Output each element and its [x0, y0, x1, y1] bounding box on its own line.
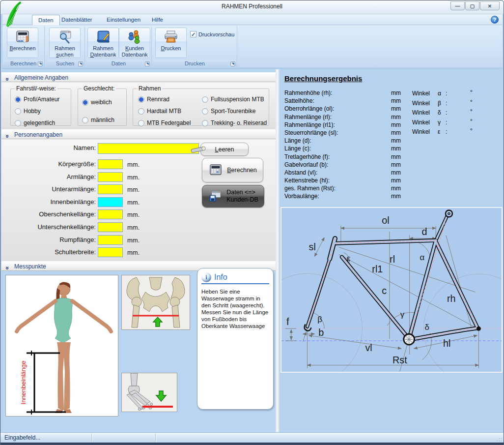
search-window-icon: [57, 30, 73, 44]
radio-option[interactable]: Trekking- o. Reiserad: [202, 119, 267, 126]
kunden-datenbank-button[interactable]: Kunden Datenbank: [119, 28, 150, 58]
result-label: Rahmenlänge (rl):: [284, 114, 332, 120]
field-label: Armlänge:: [67, 173, 96, 180]
result-unit: mm: [391, 169, 401, 176]
radio-option[interactable]: Profi/Amateur: [15, 96, 59, 103]
degree-sign: °: [470, 89, 473, 96]
dim-label-sl: sl: [309, 241, 316, 252]
radio-option[interactable]: Hardtail MTB: [138, 108, 181, 115]
rahmen-groupbox: Rahmen Rennrad Hardtail MTB MTB Federgab…: [133, 89, 269, 126]
maximize-button[interactable]: ▢: [465, 1, 479, 10]
help-icon[interactable]: ?: [491, 16, 499, 24]
dim-label-rst: Rst: [392, 355, 407, 365]
radio-option[interactable]: weiblich: [82, 99, 112, 106]
tab-datenblaetter[interactable]: Datenblätter: [56, 15, 98, 25]
tab-einstellungen[interactable]: Einstellungen: [101, 15, 146, 25]
result-row: Rahmenlänge (rl1): mm: [284, 121, 432, 129]
collapse-chevron-icon[interactable]: »: [2, 78, 12, 81]
result-row: Abstand (vl): mm: [284, 169, 432, 177]
people-icon: [127, 30, 142, 44]
pelvis-illustration: [122, 275, 190, 329]
group-footer-drucken: Drucken ◥: [153, 60, 237, 67]
angle-label-epsilon: ε: [347, 254, 351, 263]
daten-kunden-db-button[interactable]: Daten <=> Kunden-DB: [202, 185, 264, 208]
measurement-input[interactable]: [98, 197, 123, 207]
result-unit: mm: [391, 97, 401, 104]
collapse-chevron-icon[interactable]: »: [2, 135, 12, 138]
tab-hilfe[interactable]: Hilfe: [146, 15, 169, 25]
result-row: Gabelvorlauf (b): mm: [284, 161, 432, 169]
rahmen-suchen-button[interactable]: Rahmen suchen: [49, 28, 81, 58]
eraser-pen-icon: [190, 145, 207, 154]
druckvorschau-label: Druckvorschau: [198, 31, 234, 37]
radio-option[interactable]: Rennrad: [138, 96, 169, 103]
innenbeinlaenge-overlay-label: Innenbeinlänge: [20, 361, 27, 405]
rahmen-suchen-label: Rahmen suchen: [50, 45, 80, 58]
app-window: RAHMEN Professionell — ▢ ✕ Daten Datenbl…: [0, 0, 504, 445]
leeren-button[interactable]: Leeren: [200, 143, 249, 156]
resize-grip[interactable]: .::: [497, 436, 503, 442]
close-button[interactable]: ✕: [480, 1, 500, 10]
result-unit: mm: [391, 121, 401, 128]
radio-option[interactable]: Fullsuspension MTB: [202, 96, 264, 103]
window-title: RAHMEN Professionell: [0, 3, 504, 10]
measurement-input[interactable]: [98, 172, 123, 182]
dim-label-b: b: [318, 327, 324, 338]
result-row: ges. Rahmen (Rst): mm: [284, 185, 432, 193]
berechnen-ribbon-button[interactable]: Berechnen: [7, 28, 38, 58]
measurement-input[interactable]: [98, 209, 123, 219]
radio-option[interactable]: MTB Federgabel: [138, 119, 191, 126]
dim-label-d: d: [421, 226, 427, 237]
angle-row: Winkel δ : °: [412, 109, 504, 119]
drucken-button[interactable]: Drucken: [155, 28, 187, 58]
result-row: Länge (d): mm: [284, 137, 432, 145]
dialog-launcher-icon[interactable]: ◥: [145, 61, 150, 66]
status-bar: Eingabefeld... .::: [0, 432, 504, 443]
degree-sign: °: [470, 108, 473, 115]
result-label: Steuerrohrlänge (sl):: [284, 129, 338, 136]
radio-option[interactable]: gelegentlich: [15, 119, 55, 126]
result-label: Sattelhöhe:: [284, 97, 314, 104]
dialog-launcher-icon[interactable]: ◥: [230, 61, 235, 66]
dialog-launcher-icon[interactable]: ◥: [38, 61, 43, 66]
result-row: Oberrohrlänge (ol): mm: [284, 105, 432, 113]
druckvorschau-row: ✓ Druckvorschau: [190, 31, 234, 37]
measurement-input[interactable]: [98, 159, 123, 169]
measurement-input[interactable]: [98, 247, 123, 257]
title-bar[interactable]: RAHMEN Professionell — ▢ ✕: [0, 0, 504, 14]
results-title: Berechnungsergebnis: [284, 74, 362, 83]
green-up-arrow-icon: [153, 317, 162, 326]
ribbon-group-drucken: Drucken ✓ Druckvorschau Drucken ◥: [153, 26, 237, 67]
minimize-button[interactable]: —: [450, 1, 465, 10]
unit-label: mm.: [127, 211, 140, 218]
name-input[interactable]: [98, 143, 199, 154]
unit-label: mm.: [127, 186, 140, 193]
angle-label-beta: β: [317, 315, 322, 324]
radio-icon: [82, 117, 88, 123]
window-controls: — ▢ ✕: [450, 1, 500, 10]
radio-option[interactable]: Hobby: [15, 108, 41, 115]
section-personenangaben[interactable]: » Personenangaben: [1, 129, 276, 139]
radio-option[interactable]: männlich: [82, 117, 114, 123]
angle-symbol: β: [438, 100, 441, 107]
measurement-input[interactable]: [98, 222, 123, 232]
bike-frame-drawing: ol d sl rl rl1 c rh f b vl hl Rst α β γ: [281, 208, 502, 372]
field-label: Innenbeinlänge:: [50, 198, 96, 206]
measurement-input[interactable]: [98, 184, 123, 194]
collapse-chevron-icon[interactable]: »: [2, 267, 12, 270]
result-label: Tretlagerhöhe (f):: [284, 153, 330, 160]
dialog-launcher-icon[interactable]: ◥: [78, 61, 83, 66]
app-logo-icon[interactable]: [1, 0, 27, 29]
angle-symbol: ε: [438, 128, 440, 135]
field-label: Körpergröße:: [58, 160, 96, 168]
section-allgemeine-angaben[interactable]: » Allgemeine Angaben: [1, 72, 276, 82]
panel-splitter[interactable]: [276, 69, 280, 432]
result-unit: mm: [391, 129, 401, 136]
druckvorschau-checkbox[interactable]: ✓: [190, 31, 196, 37]
status-separator: [91, 434, 92, 442]
measurement-input[interactable]: [98, 235, 123, 245]
radio-option[interactable]: Sport-Tourenbike: [202, 108, 255, 115]
berechnen-side-button[interactable]: Berechnen: [202, 158, 263, 182]
result-row: Sattelhöhe: mm: [284, 97, 432, 105]
rahmen-datenbank-button[interactable]: Rahmen Datenbank: [87, 28, 119, 58]
